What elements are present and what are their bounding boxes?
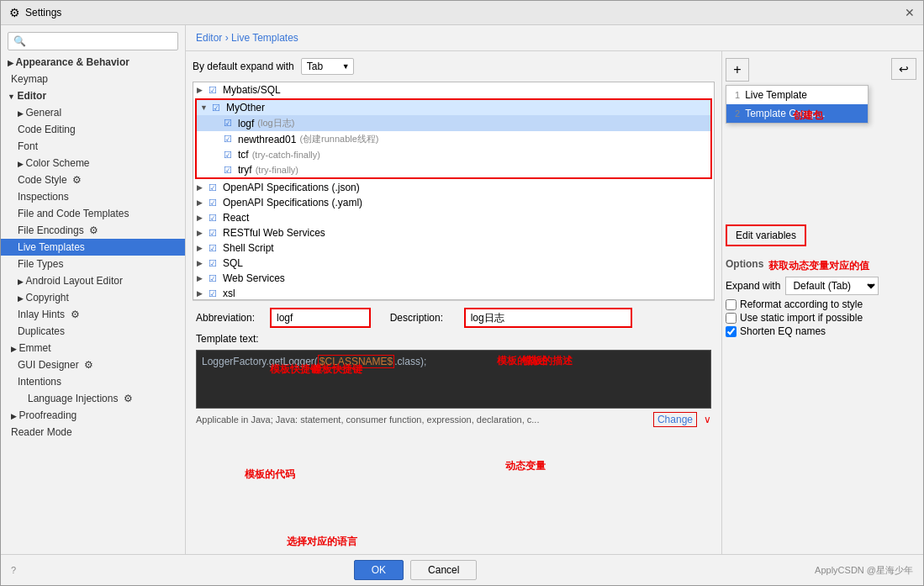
tree-item-newthread01[interactable]: ☑ newthread01 (创建runnable线程) (197, 131, 710, 147)
arrow-tryf (212, 166, 224, 174)
tree-label-mybatis: Mybatis/SQL (223, 84, 281, 96)
sidebar-item-reader-mode[interactable]: Reader Mode (1, 424, 185, 441)
dialog-title: Settings (25, 7, 61, 18)
tree-item-myother[interactable]: ▼ ☑ MyOther (197, 100, 710, 115)
checkbox-mybatis[interactable]: ☑ (209, 85, 220, 96)
sidebar-item-editor[interactable]: Editor (1, 87, 185, 104)
arrow-openapi-yaml: ▶ (197, 198, 209, 207)
tree-label-logf: logf (238, 118, 254, 129)
change-link[interactable]: Change (653, 412, 697, 427)
applicable-row: Applicable in Java; Java: statement, con… (196, 409, 711, 430)
checkbox-openapi-yaml[interactable]: ☑ (209, 198, 220, 209)
sidebar-item-keymap[interactable]: Keymap (1, 71, 185, 87)
tree-item-xsl[interactable]: ▶ ☑ xsl (193, 286, 714, 300)
tree-label-openapi-yaml: OpenAPI Specifications (.yaml) (223, 197, 362, 209)
abbreviation-input[interactable] (270, 308, 371, 328)
edit-variables-button[interactable]: Edit variables (726, 224, 806, 246)
sidebar-item-code-style[interactable]: Code Style ⚙ (1, 172, 185, 188)
template-text-area[interactable]: LoggerFactory.getLogger($CLASSNAME$.clas… (196, 350, 711, 409)
checkbox-sql[interactable]: ☑ (209, 258, 220, 269)
sidebar-item-inspections[interactable]: Inspections (1, 188, 185, 205)
shorten-eq-checkbox[interactable] (726, 326, 737, 337)
tree-item-openapi-json[interactable]: ▶ ☑ OpenAPI Specifications (.json) (193, 180, 714, 195)
tree-item-tcf[interactable]: ☑ tcf (try-catch-finally) (197, 147, 710, 162)
tree-item-react[interactable]: ▶ ☑ React (193, 210, 714, 225)
sidebar-item-android-layout[interactable]: Android Layout Editor (1, 272, 185, 289)
sidebar-item-emmet[interactable]: Emmet (1, 340, 185, 356)
static-import-row: Use static import if possible (726, 312, 920, 324)
tree-label-openapi-json: OpenAPI Specifications (.json) (223, 182, 360, 193)
checkbox-shell[interactable]: ☑ (209, 243, 220, 254)
template-suffix: .class); (394, 356, 426, 367)
checkbox-restful[interactable]: ☑ (209, 228, 220, 239)
breadcrumb-current: Live Templates (231, 32, 298, 44)
sidebar-item-duplicates[interactable]: Duplicates (1, 323, 185, 340)
tree-item-shell[interactable]: ▶ ☑ Shell Script (193, 240, 714, 256)
expand-with-options-dropdown[interactable]: Default (Tab) Tab Enter Space (785, 277, 879, 295)
checkbox-tcf[interactable]: ☑ (224, 150, 235, 161)
reformat-label: Reformat according to style (740, 298, 863, 310)
menu-item-live-template[interactable]: 1 Live Template (726, 86, 868, 104)
sidebar-item-gui-designer[interactable]: GUI Designer ⚙ (1, 356, 185, 373)
tree-label-react: React (223, 212, 249, 224)
cancel-button[interactable]: Cancel (410, 560, 477, 580)
arrow-tcf (212, 150, 224, 159)
main-panel: Editor › Live Templates By default expan… (186, 25, 923, 554)
sidebar-item-live-templates[interactable]: Live Templates (1, 239, 185, 256)
ok-button[interactable]: OK (354, 560, 404, 580)
expand-with-row: Expand with Default (Tab) Tab Enter Spac… (726, 277, 920, 295)
expand-with-options-wrapper: Default (Tab) Tab Enter Space (785, 277, 879, 295)
tree-item-sql[interactable]: ▶ ☑ SQL (193, 256, 714, 271)
expand-dropdown[interactable]: Tab Enter Space (301, 58, 354, 75)
description-input[interactable] (464, 308, 632, 328)
tree-label-myother: MyOther (226, 102, 265, 114)
tree-item-tryf[interactable]: ☑ tryf (try-finally) (197, 162, 710, 177)
sidebar-item-file-encodings[interactable]: File Encodings ⚙ (1, 222, 185, 239)
options-title-row: Options 获取动态变量对应的值 (726, 258, 920, 273)
add-button[interactable]: + (726, 58, 749, 82)
sidebar-item-color-scheme[interactable]: Color Scheme (1, 155, 185, 172)
sidebar-item-intentions[interactable]: Intentions (1, 373, 185, 390)
tree-item-restful[interactable]: ▶ ☑ RESTful Web Services (193, 225, 714, 240)
reformat-checkbox[interactable] (726, 299, 737, 310)
static-import-checkbox[interactable] (726, 313, 737, 324)
tree-label-shell: Shell Script (223, 242, 274, 254)
annotation-huoqu: 获取动态变量对应的值 (768, 259, 869, 273)
expand-dropdown-wrapper: Tab Enter Space (301, 58, 354, 75)
annotation-create-package: 创建包 (793, 108, 823, 123)
checkbox-tryf[interactable]: ☑ (224, 165, 235, 176)
checkbox-openapi-json[interactable]: ☑ (209, 182, 220, 193)
sidebar-item-font[interactable]: Font (1, 138, 185, 155)
sidebar-item-file-types[interactable]: File Types (1, 256, 185, 272)
sidebar-item-proofreading[interactable]: Proofreading (1, 407, 185, 424)
tree-item-web-services[interactable]: ▶ ☑ Web Services (193, 271, 714, 286)
sidebar-item-general[interactable]: General (1, 104, 185, 121)
footer-question[interactable]: ? (11, 565, 16, 575)
sidebar-item-language-injections[interactable]: Language Injections ⚙ (1, 390, 185, 407)
breadcrumb: Editor › Live Templates (186, 25, 923, 51)
tree-item-openapi-yaml[interactable]: ▶ ☑ OpenAPI Specifications (.yaml) (193, 195, 714, 210)
template-tree[interactable]: ▶ ☑ Mybatis/SQL ▼ ☑ MyOther (193, 82, 715, 300)
sidebar-item-inlay-hints[interactable]: Inlay Hints ⚙ (1, 306, 185, 323)
template-panel: By default expand with Tab Enter Space (186, 51, 721, 554)
menu-item1-num: 1 (735, 90, 740, 100)
checkbox-react[interactable]: ☑ (209, 213, 220, 224)
search-input[interactable] (8, 32, 178, 50)
template-prefix: LoggerFactory.getLogger( (202, 356, 318, 367)
arrow-newthread01 (212, 135, 224, 144)
sidebar-item-appearance[interactable]: Appearance & Behavior (1, 54, 185, 71)
checkbox-web-services[interactable]: ☑ (209, 273, 220, 284)
checkbox-myother[interactable]: ☑ (212, 103, 224, 114)
abbreviation-label: Abbreviation: (196, 312, 263, 324)
sidebar-item-copyright[interactable]: Copyright (1, 289, 185, 306)
checkbox-xsl[interactable]: ☑ (209, 288, 220, 299)
checkbox-logf[interactable]: ☑ (224, 118, 235, 129)
tree-item-logf[interactable]: ☑ logf (log日志) (197, 115, 710, 131)
sidebar-item-code-editing[interactable]: Code Editing (1, 121, 185, 138)
menu-item1-label: Live Template (745, 89, 807, 101)
sidebar: Appearance & Behavior Keymap Editor Gene… (1, 25, 186, 554)
checkbox-newthread01[interactable]: ☑ (224, 134, 235, 145)
close-button[interactable]: ✕ (905, 6, 915, 19)
sidebar-item-file-code-templates[interactable]: File and Code Templates (1, 205, 185, 222)
tree-item-mybatis[interactable]: ▶ ☑ Mybatis/SQL (193, 82, 714, 98)
